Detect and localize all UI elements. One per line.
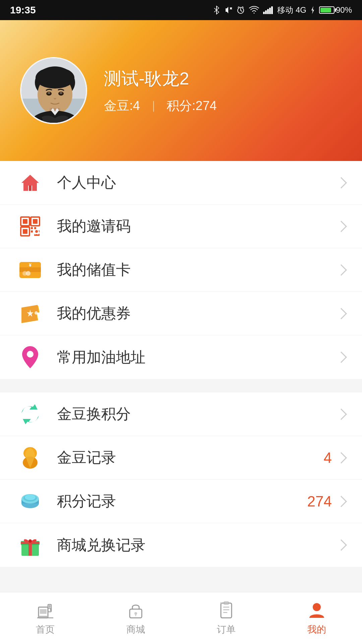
bottom-nav: 首页 商城 订单 (0, 592, 362, 644)
home-icon (17, 169, 44, 196)
personal-center-item[interactable]: 个人中心 (0, 161, 362, 205)
chevron-right-icon (336, 539, 347, 551)
svg-rect-60 (49, 605, 51, 608)
chevron-right-icon (336, 352, 347, 363)
svg-point-23 (60, 92, 62, 94)
chevron-right-icon (336, 264, 347, 276)
chevron-right-icon (336, 221, 347, 232)
svg-point-44 (27, 351, 34, 358)
svg-point-42 (26, 271, 31, 276)
svg-point-73 (313, 603, 321, 611)
nav-mall-label: 商城 (126, 623, 145, 636)
user-header: 测试-耿龙2 金豆:4 ｜ 积分:274 (0, 20, 362, 161)
svg-rect-63 (39, 616, 48, 617)
svg-rect-12 (271, 6, 273, 14)
menu-section-1: 个人中心 我的邀请码 (0, 161, 362, 379)
time-display: 19:35 (10, 4, 36, 16)
nav-orders[interactable]: 订单 (181, 592, 272, 644)
svg-rect-10 (267, 9, 269, 14)
svg-point-22 (48, 92, 50, 94)
jindou-stat: 金豆:4 (104, 97, 140, 114)
store-card-item[interactable]: ¥ 我的储值卡 (0, 248, 362, 292)
chevron-right-icon (336, 308, 347, 319)
jindou-record-item[interactable]: 金豆记录 4 (0, 436, 362, 480)
svg-rect-8 (263, 12, 265, 14)
bean-icon (17, 444, 44, 471)
svg-point-66 (134, 612, 137, 615)
battery-indicator: 90% (319, 5, 352, 15)
status-icons: 移动 4G 90% (213, 5, 352, 15)
signal-icon (263, 6, 273, 14)
user-name: 测试-耿龙2 (104, 67, 217, 91)
stats-divider: ｜ (148, 98, 159, 113)
avatar-image (21, 58, 87, 124)
svg-point-51 (25, 495, 36, 500)
gas-address-label: 常用加油地址 (57, 347, 336, 367)
battery-percent: 90% (336, 5, 352, 15)
chevron-right-icon (336, 177, 347, 189)
status-bar: 19:35 (0, 0, 362, 20)
svg-rect-28 (33, 219, 38, 224)
svg-rect-68 (221, 603, 232, 618)
nav-orders-label: 订单 (217, 623, 236, 636)
mute-icon (224, 5, 232, 15)
shop-icon (126, 600, 146, 621)
coupon-item[interactable]: 我的优惠券 (0, 292, 362, 335)
gas-station-icon (35, 600, 55, 621)
svg-rect-33 (31, 230, 33, 232)
card-icon: ¥ (17, 257, 44, 283)
svg-rect-11 (269, 8, 271, 14)
mall-exchange-item[interactable]: 商城兑换记录 (0, 523, 362, 567)
jindou-value: 4 (324, 449, 332, 466)
exchange-icon (17, 401, 44, 428)
svg-line-5 (241, 10, 242, 11)
personal-center-label: 个人中心 (57, 173, 336, 193)
menu-section-2: 金豆换积分 金豆记录 4 积分记录 274 (0, 392, 362, 567)
svg-point-37 (35, 230, 38, 233)
person-active-icon (307, 600, 327, 621)
svg-rect-26 (23, 219, 27, 224)
invitation-code-item[interactable]: 我的邀请码 (0, 205, 362, 248)
nav-mine-label: 我的 (307, 623, 326, 636)
chevron-right-icon (336, 496, 347, 507)
svg-text:¥: ¥ (29, 262, 32, 268)
coupon-label: 我的优惠券 (57, 304, 336, 323)
svg-rect-31 (31, 227, 33, 229)
nav-home-label: 首页 (36, 623, 55, 636)
nav-home[interactable]: 首页 (0, 592, 90, 644)
svg-rect-9 (265, 10, 267, 14)
chevron-right-icon (336, 409, 347, 420)
user-stats: 金豆:4 ｜ 积分:274 (104, 97, 217, 114)
store-card-label: 我的储值卡 (57, 260, 336, 280)
nav-mall[interactable]: 商城 (90, 592, 181, 644)
svg-rect-58 (40, 609, 47, 614)
mall-exchange-label: 商城兑换记录 (57, 535, 336, 555)
exchange-points-item[interactable]: 金豆换积分 (0, 392, 362, 436)
carrier-label: 移动 4G (277, 5, 306, 15)
bluetooth-icon (213, 5, 220, 15)
svg-point-17 (36, 67, 74, 89)
invitation-code-label: 我的邀请码 (57, 216, 336, 236)
svg-rect-24 (29, 185, 32, 191)
exchange-points-label: 金豆换积分 (57, 404, 336, 424)
jifen-record-item[interactable]: 积分记录 274 (0, 480, 362, 523)
location-icon (17, 344, 44, 371)
section-gap (0, 386, 362, 392)
svg-line-6 (238, 7, 239, 7)
wifi-icon (249, 6, 259, 14)
nav-mine[interactable]: 我的 (272, 592, 362, 644)
jifen-value: 274 (307, 493, 332, 510)
jifen-record-label: 积分记录 (57, 491, 307, 511)
order-icon (216, 600, 236, 621)
avatar[interactable] (20, 57, 87, 124)
svg-rect-30 (23, 229, 27, 234)
jindou-record-label: 金豆记录 (57, 448, 324, 468)
svg-point-43 (35, 311, 38, 315)
gas-address-item[interactable]: 常用加油地址 (0, 335, 362, 379)
svg-line-7 (242, 7, 243, 7)
coupon-icon (17, 300, 44, 327)
svg-rect-32 (34, 227, 36, 229)
jifen-stat: 积分:274 (167, 97, 217, 114)
charging-icon (310, 6, 315, 14)
user-info: 测试-耿龙2 金豆:4 ｜ 积分:274 (104, 67, 217, 114)
